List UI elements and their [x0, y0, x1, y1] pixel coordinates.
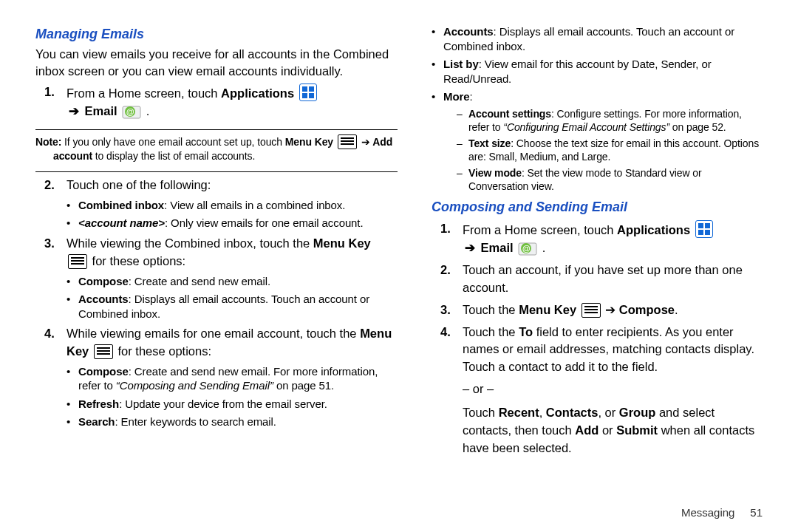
- c-step-1-text: From a Home screen, touch Applications ➔…: [463, 223, 715, 254]
- c-step-2: 2. Touch an account, if you have set up …: [432, 262, 763, 297]
- sub-text-size: Text size: Choose the text size for emai…: [457, 137, 763, 163]
- step-1-text: From a Home screen, touch Applications ➔…: [66, 86, 318, 117]
- c-step-3-text: Touch the Menu Key ➔ Compose.: [463, 303, 678, 316]
- c-step-4: 4. Touch the To field to enter recipient…: [432, 324, 763, 457]
- heading-composing: Composing and Sending Email: [432, 198, 763, 216]
- bullet-accounts: Accounts: Displays all email accounts. T…: [66, 292, 398, 321]
- c-step-4-text-a: Touch the To field to enter recipients. …: [463, 325, 754, 374]
- page-footer: Messaging 51: [681, 506, 763, 519]
- step-3-text: While viewing the Combined inbox, touch …: [66, 236, 371, 267]
- bullet-compose: Compose: Create and send new email.: [66, 274, 398, 289]
- menu-key-icon: [68, 254, 87, 269]
- menu-key-icon: [94, 344, 113, 359]
- bullet-more: More: Account settings: Configure settin…: [432, 89, 763, 194]
- step-2: 2. Touch one of the following: Combined …: [35, 177, 398, 231]
- bullet-compose-2: Compose: Create and send new email. For …: [66, 364, 398, 393]
- right-column: Accounts: Displays all email accounts. T…: [432, 21, 763, 462]
- step-3: 3. While viewing the Combined inbox, tou…: [35, 235, 398, 321]
- applications-icon: [695, 220, 713, 238]
- or-separator: – or –: [463, 381, 763, 398]
- c-step-1: 1. From a Home screen, touch Application…: [432, 220, 763, 257]
- menu-key-icon: [582, 303, 601, 318]
- bullet-refresh: Refresh: Update your device from the ema…: [66, 397, 398, 412]
- email-icon: [122, 103, 141, 119]
- c-step-3: 3. Touch the Menu Key ➔ Compose.: [432, 301, 763, 319]
- divider: [35, 171, 398, 172]
- c-step-2-text: Touch an account, if you have set up mor…: [463, 263, 743, 294]
- bullet-search: Search: Enter keywords to search email.: [66, 415, 398, 429]
- left-column: Managing Emails You can view emails you …: [35, 21, 398, 462]
- c-step-4-text-b: Touch Recent, Contacts, or Group and sel…: [463, 406, 754, 454]
- bullet-accounts-r: Accounts: Displays all email accounts. T…: [432, 24, 763, 53]
- note-block: Note: If you only have one email account…: [35, 134, 398, 163]
- applications-icon: [299, 83, 317, 101]
- divider: [35, 129, 398, 130]
- menu-key-icon: [338, 134, 357, 149]
- step-4: 4. While viewing emails for one email ac…: [35, 325, 398, 429]
- bullet-list-by: List by: View email for this account by …: [432, 57, 763, 86]
- footer-page-number: 51: [750, 506, 763, 519]
- sub-view-mode: View mode: Set the view mode to Standard…: [457, 166, 763, 193]
- email-icon: [518, 239, 537, 256]
- step-4-text: While viewing emails for one email accou…: [66, 327, 392, 358]
- step-1: 1. From a Home screen, touch Application…: [35, 83, 398, 120]
- step-2-text: Touch one of the following:: [66, 178, 211, 191]
- bullet-combined-inbox: Combined inbox: View all emails in a com…: [66, 198, 398, 213]
- sub-account-settings: Account settings: Configure settings. Fo…: [457, 107, 763, 134]
- footer-section: Messaging: [681, 506, 735, 519]
- heading-managing-emails: Managing Emails: [35, 25, 398, 43]
- intro-text: You can view emails you receive for all …: [35, 46, 398, 79]
- bullet-account-name: <account name>: Only view emails for one…: [66, 216, 398, 231]
